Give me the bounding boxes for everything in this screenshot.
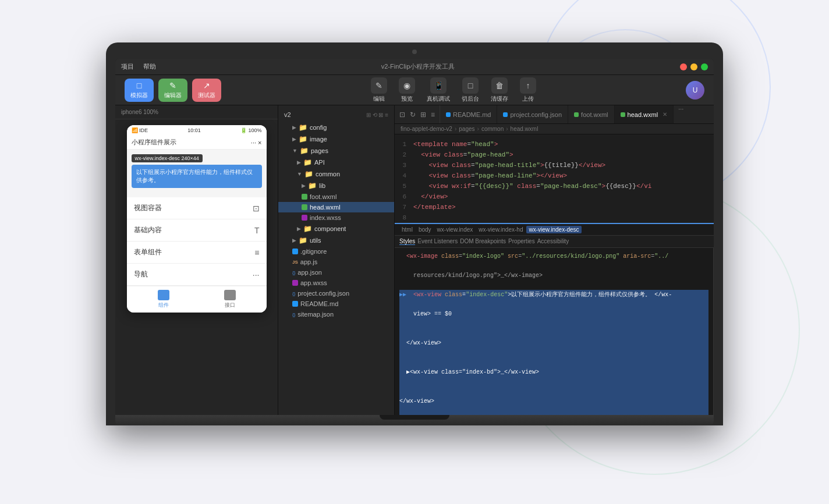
node-path-body[interactable]: body: [416, 226, 434, 233]
tree-item-appjs[interactable]: JS app.js: [278, 257, 394, 267]
preview-label: 预览: [401, 95, 413, 103]
phone-title-more: ··· ×: [251, 139, 262, 146]
bottom-nav-interface[interactable]: 接口: [224, 290, 236, 309]
arrow-common: ▼: [297, 171, 302, 177]
nav-item-form[interactable]: 表单组件 ≡: [127, 242, 267, 264]
tab-dot-footwxml: [574, 112, 579, 117]
nav-item-basic-content[interactable]: 基础内容 T: [127, 219, 267, 242]
editor-button[interactable]: ✎ 编辑器: [158, 79, 187, 102]
simulator-label: 模拟器: [130, 91, 148, 100]
tree-label-utils: utils: [310, 237, 321, 244]
tree-item-lib[interactable]: ▶ 📁 lib: [278, 180, 394, 191]
tree-item-config[interactable]: ▶ 📁 config: [278, 122, 394, 133]
tree-item-head-wxml[interactable]: head.wxml: [278, 202, 394, 212]
arrow-api: ▶: [297, 159, 301, 165]
tab-actions: ⊡ ↻ ⊞ ≡: [395, 105, 440, 123]
node-path-html[interactable]: html: [399, 226, 415, 233]
toolbar-edit[interactable]: ✎ 编辑: [371, 77, 387, 103]
toolbar-background[interactable]: □ 切后台: [462, 77, 479, 103]
tab-head-wxml[interactable]: head.wxml ✕: [615, 105, 674, 123]
toolbar-center: ✎ 编辑 ◉ 预览 📱 真机调试 □ 切后台: [227, 77, 680, 103]
tree-item-appwxss[interactable]: app.wxss: [278, 278, 394, 288]
toolbar-upload[interactable]: ↑ 上传: [520, 77, 536, 103]
tree-item-pages[interactable]: ▼ 📁 pages: [278, 145, 394, 157]
tab-split-icon[interactable]: ⊡: [398, 109, 406, 120]
phone-nav-items: 视图容器 ⊡ 基础内容 T 表单组件 ≡: [127, 197, 267, 286]
html-line-4: </wx-view>: [399, 338, 708, 349]
code-area[interactable]: 1 <template name="head"> 2 <view class="…: [395, 134, 714, 223]
tree-label-gitignore: .gitignore: [300, 248, 327, 255]
nav-item-nav[interactable]: 导航 ···: [127, 264, 267, 286]
tester-button[interactable]: ↗ 测试器: [192, 79, 221, 102]
simulator-button[interactable]: □ 模拟器: [125, 79, 154, 102]
minimize-button[interactable]: [690, 63, 697, 70]
tree-item-component[interactable]: ▶ 📁 component: [278, 223, 394, 235]
nav-item-view-container[interactable]: 视图容器 ⊡: [127, 197, 267, 219]
line-content-4: <view class="page-head-line"></view>: [413, 171, 714, 181]
node-path-wx-view-index[interactable]: wx-view.index: [435, 226, 476, 233]
line-content-7: </template>: [413, 202, 714, 212]
toolbar-device-debug[interactable]: 📱 真机调试: [427, 77, 450, 103]
toolbar-clear-cache[interactable]: 🗑 清缓存: [491, 77, 508, 103]
clear-icon: 🗑: [491, 77, 508, 94]
tab-readme[interactable]: README.md: [440, 105, 497, 123]
tab-foot-wxml[interactable]: foot.wxml: [568, 105, 614, 123]
file-icon-foot-wxml: [302, 194, 307, 200]
tab-more-icon[interactable]: ≡: [430, 109, 436, 120]
line-num-5: 5: [395, 181, 413, 191]
menu-item-help[interactable]: 帮助: [143, 62, 156, 71]
code-line-4: 4 <view class="page-head-line"></view>: [395, 171, 714, 181]
tree-item-gitignore[interactable]: .gitignore: [278, 246, 394, 257]
tab-close-headwxml[interactable]: ✕: [663, 111, 667, 118]
maximize-button[interactable]: [701, 63, 708, 70]
tab-collapse-icon[interactable]: ⊞: [419, 109, 427, 120]
arrow-utils: ▶: [292, 237, 296, 243]
tree-item-common[interactable]: ▼ 📁 common: [278, 168, 394, 180]
style-tab-dom-breakpoints[interactable]: DOM Breakpoints: [460, 238, 506, 245]
line-num-7: 7: [395, 202, 413, 212]
style-tab-properties[interactable]: Properties: [508, 238, 535, 245]
arrow-pages: ▼: [292, 148, 297, 154]
file-tree-root-label: v2: [284, 111, 291, 118]
tree-item-image[interactable]: ▶ 📁 image: [278, 133, 394, 145]
tab-label-footwxml: foot.wxml: [581, 111, 608, 118]
breadcrumb-sep-2: ›: [506, 126, 508, 132]
device-icon: 📱: [430, 77, 447, 94]
tree-item-index-wxss[interactable]: index.wxss: [278, 212, 394, 223]
menubar: 项目 帮助 v2-FinClip小程序开发工具: [115, 59, 714, 75]
tree-label-pages: pages: [311, 147, 328, 154]
menu-item-project[interactable]: 项目: [121, 62, 134, 71]
tree-item-api[interactable]: ▶ 📁 API: [278, 157, 394, 168]
simulator-header: iphone6 100%: [115, 105, 278, 119]
toolbar-left: □ 模拟器 ✎ 编辑器 ↗ 测试器: [125, 79, 221, 102]
tab-overflow-menu[interactable]: ···: [674, 105, 688, 123]
tree-item-utils[interactable]: ▶ 📁 utils: [278, 235, 394, 246]
close-button[interactable]: [680, 63, 687, 70]
tree-item-sitemap[interactable]: {} sitemap.json: [278, 309, 394, 320]
code-editor: 1 <template name="head"> 2 <view class="…: [395, 134, 714, 415]
nav-item-icon-2: ≡: [254, 248, 259, 257]
tree-item-foot-wxml[interactable]: foot.wxml: [278, 191, 394, 202]
bottom-nav-components[interactable]: 组件: [158, 290, 169, 309]
tree-item-projectconfig[interactable]: {} project.config.json: [278, 288, 394, 299]
html-line-5: ▶<wx-view class="index-bd">_</wx-view>: [399, 367, 708, 378]
line-content-3: <view class="page-head-title">{{title}}<…: [413, 160, 714, 171]
bottom-content: <wx-image class="index-logo" src="../res…: [395, 248, 714, 415]
tree-item-readme[interactable]: README.md: [278, 299, 394, 309]
tab-project-config[interactable]: project.config.json: [497, 105, 568, 123]
style-tab-event-listeners[interactable]: Event Listeners: [417, 238, 458, 245]
folder-icon-component: 📁: [303, 225, 312, 233]
style-tab-styles[interactable]: Styles: [399, 238, 415, 245]
node-path-wx-view-index-hd[interactable]: wx-view.index-hd: [476, 226, 525, 233]
toolbar: □ 模拟器 ✎ 编辑器 ↗ 测试器: [115, 75, 714, 105]
style-tab-accessibility[interactable]: Accessibility: [537, 238, 569, 245]
user-avatar[interactable]: U: [686, 81, 704, 100]
toolbar-preview[interactable]: ◉ 预览: [399, 77, 415, 103]
breadcrumb-file: head.wxml: [511, 126, 539, 132]
nav-item-label-1: 基础内容: [134, 225, 162, 235]
tab-refresh-icon[interactable]: ↻: [409, 109, 417, 120]
node-path-wx-view-index-desc[interactable]: wx-view.index-desc: [526, 226, 581, 233]
editor-icon: ✎: [169, 81, 176, 90]
folder-icon-image: 📁: [299, 135, 307, 143]
tree-item-appjson[interactable]: {} app.json: [278, 267, 394, 278]
